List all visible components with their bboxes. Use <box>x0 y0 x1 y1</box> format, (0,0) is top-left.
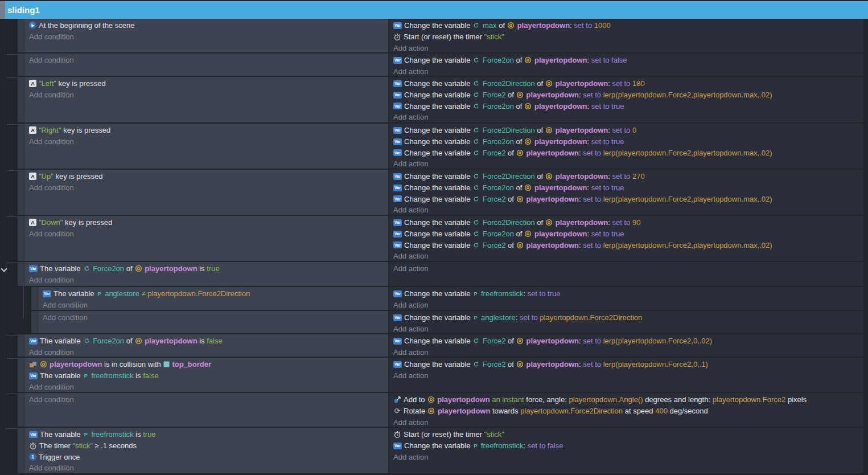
add-condition-link[interactable]: Add condition <box>29 55 388 66</box>
add-action-link[interactable]: Add action <box>393 158 863 169</box>
action-row[interactable]: Start (or reset) the timer "stick" <box>393 429 863 440</box>
event-drag-handle[interactable] <box>18 334 25 357</box>
add-condition-link[interactable]: Add condition <box>29 136 388 148</box>
condition-row[interactable]: VarThe variable Pfreefromstick is false <box>29 370 388 382</box>
condition-row[interactable]: ▶At the beginning of the scene <box>29 20 388 31</box>
action-row[interactable]: VarChange the variable Force2 of playert… <box>393 335 863 347</box>
condition-row[interactable]: VarThe variable Pfreefromstick is true <box>29 429 388 440</box>
object-variable-icon <box>472 195 480 203</box>
action-row[interactable]: VarChange the variable Force2 of playert… <box>393 239 863 251</box>
add-action-link[interactable]: Add action <box>393 251 863 261</box>
add-action-link[interactable]: Add action <box>393 42 863 52</box>
event-drag-handle[interactable] <box>18 170 25 215</box>
add-action-link[interactable]: Add action <box>393 204 863 215</box>
segment: an instant <box>490 395 524 404</box>
add-condition-link[interactable]: Add condition <box>29 182 388 194</box>
segment: set to <box>612 126 632 134</box>
condition-row[interactable]: playertopdown is in collision with top_b… <box>29 359 388 370</box>
segment: : <box>587 137 591 146</box>
event-drag-handle[interactable] <box>18 358 25 392</box>
add-action-link[interactable]: Add action <box>393 263 863 275</box>
action-row[interactable]: Add to playertopdown an instant force, a… <box>393 394 863 406</box>
add-action-link[interactable]: Add action <box>393 347 863 357</box>
segment: Change the variable <box>404 56 472 64</box>
action-row[interactable]: VarChange the variable Force2on of playe… <box>393 100 863 112</box>
add-condition-link[interactable]: Add condition <box>29 381 388 392</box>
action-row[interactable]: VarChange the variable Force2on of playe… <box>393 228 863 240</box>
action-row[interactable]: VarChange the variable Force2on of playe… <box>393 136 863 148</box>
add-action-link[interactable]: Add action <box>393 370 863 382</box>
add-condition-link[interactable]: Add condition <box>29 394 388 406</box>
force-icon <box>393 396 401 404</box>
action-row[interactable]: VarChange the variable max of playertopd… <box>393 20 863 31</box>
add-condition-link[interactable]: Add condition <box>29 89 388 101</box>
action-row[interactable]: VarChange the variable Force2Direction o… <box>393 217 863 228</box>
condition-row[interactable]: A"Right" key is pressed <box>29 125 388 136</box>
event-drag-handle[interactable] <box>31 311 39 333</box>
action-row[interactable]: VarChange the variable Pfreefromstick: s… <box>393 440 863 452</box>
action-row[interactable]: VarChange the variable Force2Direction o… <box>393 125 863 136</box>
add-condition-link[interactable]: Add condition <box>29 228 388 240</box>
actions-cell: VarChange the variable max of playertopd… <box>389 19 863 52</box>
add-condition-link[interactable]: Add condition <box>43 312 388 324</box>
timer-icon <box>29 442 37 450</box>
condition-row[interactable]: 1Trigger once <box>29 451 388 462</box>
add-action-link[interactable]: Add action <box>393 300 863 310</box>
segment: is <box>198 337 207 345</box>
segment: set to false <box>591 56 627 64</box>
segment: The variable <box>40 430 83 439</box>
segment: : <box>523 289 527 298</box>
event-drag-handle[interactable] <box>18 216 25 261</box>
scene-variable-icon: P <box>472 442 479 450</box>
object-icon <box>427 396 435 404</box>
action-row[interactable]: VarChange the variable Force2 of playert… <box>393 193 863 204</box>
action-row[interactable]: VarChange the variable Force2Direction o… <box>393 78 863 89</box>
add-condition-link[interactable]: Add condition <box>29 275 388 286</box>
sub-events: VarThe variable Panglestore ≠ playertopd… <box>31 287 863 333</box>
add-action-link[interactable]: Add action <box>393 66 863 76</box>
add-action-link[interactable]: Add action <box>393 451 863 462</box>
add-condition-link[interactable]: Add condition <box>29 347 388 357</box>
object-variable-icon <box>472 126 480 134</box>
action-row[interactable]: VarChange the variable Force2on of playe… <box>393 55 863 66</box>
action-row[interactable]: VarChange the variable Pfreefromstick: s… <box>393 288 863 300</box>
event-drag-handle[interactable] <box>18 393 25 427</box>
event-drag-handle[interactable] <box>31 287 39 310</box>
action-row[interactable]: VarChange the variable Force2 of playert… <box>393 89 863 101</box>
object-icon <box>516 149 524 157</box>
condition-row[interactable]: A"Down" key is pressed <box>29 217 388 228</box>
event-drag-handle[interactable] <box>18 54 25 76</box>
add-action-link[interactable]: Add action <box>393 324 863 333</box>
condition-row[interactable]: VarThe variable Panglestore ≠ playertopd… <box>43 288 388 300</box>
event-drag-handle[interactable] <box>18 124 25 169</box>
condition-row[interactable]: A"Left" key is pressed <box>29 78 388 89</box>
action-row[interactable]: Start (or reset) the timer "stick" <box>393 31 863 43</box>
action-row[interactable]: ⟳Rotate playertopdown towards playertopd… <box>393 406 863 417</box>
add-condition-link[interactable]: Add condition <box>29 31 388 43</box>
condition-row[interactable]: A"Up" key is pressed <box>29 171 388 182</box>
event-drag-handle[interactable] <box>18 77 25 122</box>
event-drag-handle[interactable] <box>18 19 25 52</box>
object-variable-icon <box>472 102 480 110</box>
condition-row[interactable]: VarThe variable Force2on of playertopdow… <box>29 335 388 347</box>
condition-row[interactable]: The timer "stick" ≥ .1 seconds <box>29 440 388 452</box>
action-row[interactable]: VarChange the variable Force2Direction o… <box>393 171 863 182</box>
add-condition-link[interactable]: Add condition <box>29 462 388 473</box>
condition-row[interactable]: VarThe variable Force2on of playertopdow… <box>29 263 388 275</box>
add-action-link[interactable]: Add action <box>393 416 863 427</box>
segment: set to true <box>591 137 624 146</box>
action-row[interactable]: VarChange the variable Force2 of playert… <box>393 359 863 370</box>
add-condition-link[interactable]: Add condition <box>43 300 388 310</box>
event: Add conditionAdd to playertopdown an ins… <box>18 393 863 427</box>
event-drag-handle[interactable] <box>18 428 25 473</box>
segment: Pfreefromstick <box>472 289 523 298</box>
action-row[interactable]: VarChange the variable Force2on of playe… <box>393 182 863 194</box>
action-row[interactable]: VarChange the variable Panglestore: set … <box>393 312 863 324</box>
segment: : <box>523 441 527 450</box>
action-row[interactable]: VarChange the variable Force2 of playert… <box>393 147 863 158</box>
event-drag-handle[interactable] <box>18 262 25 286</box>
scene-variable-icon: P <box>96 290 102 298</box>
add-action-link[interactable]: Add action <box>393 112 863 122</box>
conditions-cell: Add condition <box>25 393 388 427</box>
event: A"Down" key is pressedAdd conditionVarCh… <box>18 216 863 261</box>
